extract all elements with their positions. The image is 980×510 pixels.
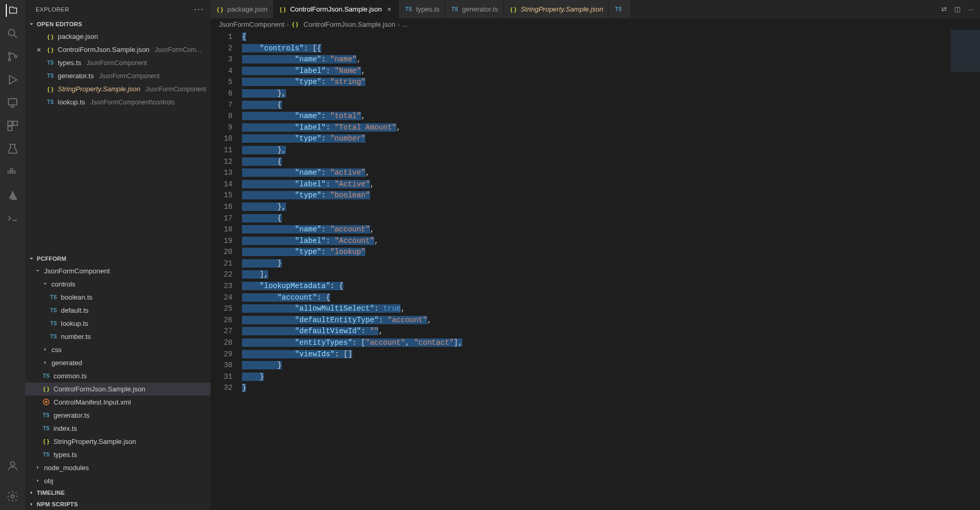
editor-tab[interactable]: { }package.json xyxy=(210,0,273,18)
more-icon[interactable]: ··· xyxy=(968,5,974,13)
svg-rect-10 xyxy=(13,171,15,173)
breadcrumb-item[interactable]: ControlFormJson.Sample.json xyxy=(303,20,395,28)
open-editor-item[interactable]: { }package.json xyxy=(25,30,210,43)
breadcrumb-item[interactable]: ... xyxy=(402,20,408,28)
folder-item[interactable]: obj xyxy=(25,474,210,487)
close-icon[interactable]: × xyxy=(35,46,43,54)
file-name: index.ts xyxy=(54,424,77,432)
editor-tab[interactable]: { }ControlFormJson.Sample.json× xyxy=(273,0,399,18)
json-icon: { } xyxy=(46,33,55,41)
panel-header[interactable]: TIMELINE xyxy=(25,487,210,498)
file-path: JsonFormComponent xyxy=(99,72,160,80)
settings-icon[interactable] xyxy=(6,490,19,503)
workspace-header[interactable]: PCFFORM xyxy=(25,253,210,264)
docker-icon[interactable] xyxy=(6,166,19,178)
json-icon: { } xyxy=(46,85,55,93)
ts-icon: TS xyxy=(614,5,623,14)
file-name: StringProperty.Sample.json xyxy=(54,438,136,445)
open-editor-item[interactable]: TSlookup.tsJsonFormComponent\controls xyxy=(25,95,210,109)
remote-icon[interactable] xyxy=(6,97,19,109)
svg-point-1 xyxy=(8,52,10,55)
breadcrumb[interactable]: JsonFormComponent › { }ControlFormJson.S… xyxy=(210,18,980,30)
file-name: ControlFormJson.Sample.json xyxy=(58,46,150,54)
close-icon[interactable]: × xyxy=(385,5,393,13)
run-debug-icon[interactable] xyxy=(6,73,19,86)
open-editor-item[interactable]: TStypes.tsJsonFormComponent xyxy=(25,56,210,69)
ts-icon: TS xyxy=(49,293,58,301)
open-editor-item[interactable]: TSgenerator.tsJsonFormComponent xyxy=(25,69,210,82)
file-item[interactable]: TSgenerator.ts xyxy=(25,409,210,422)
svg-rect-7 xyxy=(8,126,12,131)
editor-tab[interactable]: TS xyxy=(609,0,631,18)
file-item[interactable]: TScommon.ts xyxy=(25,369,210,382)
chevron-right-icon xyxy=(42,359,48,366)
folder-item[interactable]: JsonFormComponent xyxy=(25,264,210,278)
file-item[interactable]: { }StringProperty.Sample.json xyxy=(25,435,210,448)
folder-name: controls xyxy=(51,280,76,288)
sidebar: EXPLORER ··· OPEN EDITORS { }package.jso… xyxy=(25,0,210,510)
file-name: boolean.ts xyxy=(61,293,92,301)
folder-item[interactable]: css xyxy=(25,343,210,356)
tab-bar: { }package.json{ }ControlFormJson.Sample… xyxy=(210,0,980,18)
json-icon: { } xyxy=(216,5,224,14)
azure-icon[interactable] xyxy=(6,189,19,201)
file-name: ControlManifest.Input.xml xyxy=(54,398,131,406)
tab-label: ControlFormJson.Sample.json xyxy=(290,5,382,13)
file-name: types.ts xyxy=(58,59,81,67)
file-name: lookup.ts xyxy=(61,320,88,327)
folder-item[interactable]: generated xyxy=(25,356,210,369)
file-item[interactable]: TSdefault.ts xyxy=(25,304,210,317)
panel-header[interactable]: NPM SCRIPTS xyxy=(25,498,210,510)
file-item[interactable]: TStypes.ts xyxy=(25,448,210,461)
json-icon: { } xyxy=(509,5,518,14)
chevron-down-icon xyxy=(28,21,35,27)
file-item[interactable]: TSboolean.ts xyxy=(25,291,210,304)
folder-name: obj xyxy=(44,477,53,485)
ts-icon: TS xyxy=(49,332,58,341)
ts-icon: TS xyxy=(49,306,58,314)
compare-icon[interactable]: ⇄ xyxy=(941,5,947,13)
testing-icon[interactable] xyxy=(6,143,19,155)
file-name: number.ts xyxy=(61,333,91,341)
file-item[interactable]: ⦿ControlManifest.Input.xml xyxy=(25,396,210,409)
file-name: default.ts xyxy=(61,306,89,314)
folder-item[interactable]: controls xyxy=(25,278,210,291)
code-editor[interactable]: { "controls": [{ "name": "name", "label"… xyxy=(242,30,980,510)
tab-actions: ⇄◫··· xyxy=(935,0,980,18)
file-item[interactable]: TSindex.ts xyxy=(25,422,210,435)
file-item[interactable]: TSnumber.ts xyxy=(25,330,210,343)
activity-bar xyxy=(0,0,25,510)
file-name: generator.ts xyxy=(58,72,94,80)
editor-tab[interactable]: { }StringProperty.Sample.json xyxy=(504,0,609,18)
chevron-down-icon xyxy=(42,281,48,287)
file-item[interactable]: TSlookup.ts xyxy=(25,317,210,330)
svg-point-3 xyxy=(15,56,17,58)
tab-label: types.ts xyxy=(416,5,439,13)
sidebar-more-icon[interactable]: ··· xyxy=(194,5,204,14)
explorer-icon[interactable] xyxy=(6,4,18,17)
editor-tab[interactable]: TSgenerator.ts xyxy=(445,0,504,18)
search-icon[interactable] xyxy=(6,27,19,40)
folder-item[interactable]: node_modules xyxy=(25,461,210,474)
minimap[interactable] xyxy=(951,30,980,72)
file-item[interactable]: { }ControlFormJson.Sample.json xyxy=(25,382,210,396)
extensions-icon[interactable] xyxy=(6,120,19,132)
open-editor-item[interactable]: { }StringProperty.Sample.jsonJsonFormCom… xyxy=(25,82,210,95)
accounts-icon[interactable] xyxy=(6,460,19,472)
svg-rect-4 xyxy=(8,99,17,105)
editor-tab[interactable]: TStypes.ts xyxy=(399,0,445,18)
ts-icon: TS xyxy=(404,5,413,14)
open-editors-header[interactable]: OPEN EDITORS xyxy=(25,18,210,30)
file-name: types.ts xyxy=(54,451,77,459)
svg-point-0 xyxy=(8,29,15,36)
breadcrumb-item[interactable]: JsonFormComponent xyxy=(219,20,284,28)
editor-main: { }package.json{ }ControlFormJson.Sample… xyxy=(210,0,980,510)
open-editor-item[interactable]: ×{ }ControlFormJson.Sample.jsonJsonFormC… xyxy=(25,43,210,56)
svg-rect-5 xyxy=(8,121,12,125)
folder-name: node_modules xyxy=(44,464,89,472)
source-control-icon[interactable] xyxy=(6,50,19,63)
remote-explorer-icon[interactable] xyxy=(6,212,19,225)
json-icon: { } xyxy=(279,5,287,14)
svg-point-2 xyxy=(8,59,10,61)
split-icon[interactable]: ◫ xyxy=(954,5,961,13)
